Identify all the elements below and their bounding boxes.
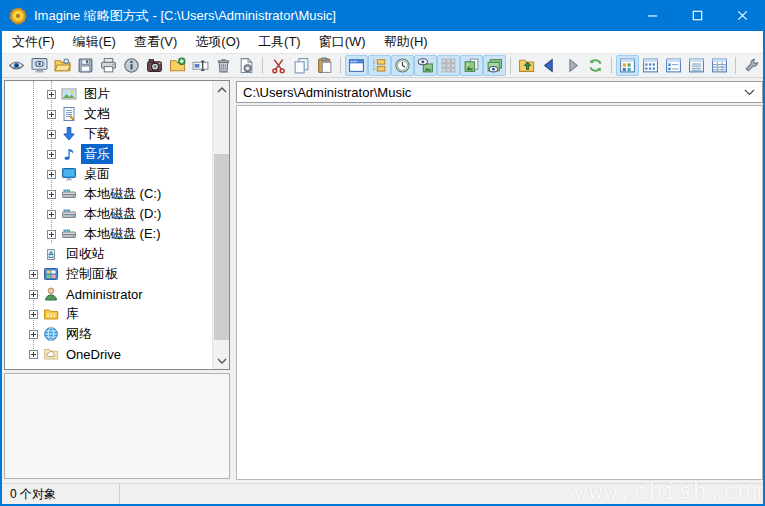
tree-item-drive-e[interactable]: 本地磁盘 (E:) — [5, 224, 212, 244]
tree-item-administrator[interactable]: Administrator — [5, 284, 212, 304]
tree-item-onedrive[interactable]: OneDrive — [5, 344, 212, 364]
trash-icon — [215, 57, 232, 74]
scroll-down-button[interactable] — [213, 353, 230, 368]
rename-button[interactable] — [189, 55, 212, 76]
menu-file[interactable]: 文件(F) — [3, 31, 64, 54]
options-wrench-button[interactable] — [740, 55, 763, 76]
tree-item-music[interactable]: 音乐 — [5, 144, 212, 164]
menu-view[interactable]: 查看(V) — [125, 31, 186, 54]
toggle-address-bar-button[interactable] — [345, 55, 368, 76]
drive-icon — [61, 226, 77, 242]
expand-toggle[interactable] — [29, 330, 38, 339]
thumbnail-view-area[interactable] — [236, 105, 763, 480]
tree-item-drive-c[interactable]: 本地磁盘 (C:) — [5, 184, 212, 204]
tree-item-control-panel[interactable]: 控制面板 — [5, 264, 212, 284]
minimize-button[interactable] — [630, 0, 675, 31]
file-info-button[interactable] — [120, 55, 143, 76]
up-folder-button[interactable] — [515, 55, 538, 76]
library-icon — [43, 306, 59, 322]
toolbar-separator — [262, 57, 263, 74]
back-button[interactable] — [538, 55, 561, 76]
expand-toggle[interactable] — [29, 270, 38, 279]
tree-item-downloads[interactable]: 下载 — [5, 124, 212, 144]
chevron-down-icon[interactable] — [741, 87, 758, 98]
app-window: Imagine 缩略图方式 - [C:\Users\Administrator\… — [0, 0, 765, 506]
expand-toggle[interactable] — [47, 170, 56, 179]
monitor-eye-icon — [31, 57, 48, 74]
window-controls — [630, 0, 765, 31]
tree-item-network[interactable]: 网络 — [5, 324, 212, 344]
save-button[interactable] — [74, 55, 97, 76]
tree-item-recycle-bin[interactable]: 回收站 — [5, 244, 212, 264]
user-icon — [43, 286, 59, 302]
refresh-button[interactable] — [584, 55, 607, 76]
view-thumbnails-button[interactable] — [616, 55, 639, 76]
expand-toggle[interactable] — [47, 210, 56, 219]
toggle-folder-tree-button[interactable] — [368, 55, 391, 76]
view-image-button[interactable] — [5, 55, 28, 76]
folder-plus-icon — [169, 57, 186, 74]
new-folder-button[interactable] — [166, 55, 189, 76]
maximize-button[interactable] — [675, 0, 720, 31]
print-button[interactable] — [97, 55, 120, 76]
scroll-thumb[interactable] — [214, 154, 229, 340]
tree-scrollbar[interactable] — [212, 81, 229, 369]
open-folder-button[interactable] — [51, 55, 74, 76]
toggle-image-preview-button[interactable] — [483, 55, 506, 76]
tree-item-pictures[interactable]: 图片 — [5, 84, 212, 104]
tree-item-documents[interactable]: 文档 — [5, 104, 212, 124]
music-icon — [61, 146, 77, 162]
camera-icon — [146, 57, 163, 74]
paste-button[interactable] — [313, 55, 336, 76]
expand-toggle[interactable] — [47, 130, 56, 139]
view-icons-button[interactable] — [662, 55, 685, 76]
scroll-up-button[interactable] — [213, 82, 230, 97]
delete-button[interactable] — [212, 55, 235, 76]
expand-toggle[interactable] — [47, 90, 56, 99]
toggle-thumbnail-grid-button[interactable] — [437, 55, 460, 76]
cut-button[interactable] — [267, 55, 290, 76]
capture-button[interactable] — [143, 55, 166, 76]
menu-options[interactable]: 选项(O) — [186, 31, 249, 54]
view-small-icons-button[interactable] — [639, 55, 662, 76]
drive-icon — [61, 186, 77, 202]
expand-toggle[interactable] — [47, 150, 56, 159]
tree-item-label: OneDrive — [63, 346, 124, 363]
view-details-button[interactable] — [708, 55, 731, 76]
close-button[interactable] — [720, 0, 765, 31]
view-list-button[interactable] — [685, 55, 708, 76]
network-icon — [43, 326, 59, 342]
menu-edit[interactable]: 编辑(E) — [64, 31, 125, 54]
fullscreen-button[interactable] — [28, 55, 51, 76]
toggle-image-page-button[interactable] — [460, 55, 483, 76]
toggle-preview-button[interactable] — [414, 55, 437, 76]
expand-toggle[interactable] — [29, 290, 38, 299]
expand-toggle[interactable] — [47, 190, 56, 199]
menu-help[interactable]: 帮助(H) — [375, 31, 437, 54]
toggle-history-button[interactable] — [391, 55, 414, 76]
tree-item-desktop[interactable]: 桌面 — [5, 164, 212, 184]
menu-tools[interactable]: 工具(T) — [249, 31, 310, 54]
expand-toggle[interactable] — [29, 310, 38, 319]
expand-toggle[interactable] — [29, 350, 38, 359]
address-combobox[interactable] — [236, 81, 763, 103]
menu-window[interactable]: 窗口(W) — [310, 31, 375, 54]
expand-toggle[interactable] — [47, 110, 56, 119]
downloads-icon — [61, 126, 77, 142]
rename-icon — [192, 57, 209, 74]
tree-item-drive-d[interactable]: 本地磁盘 (D:) — [5, 204, 212, 224]
tree-item-libraries[interactable]: 库 — [5, 304, 212, 324]
copy-button[interactable] — [290, 55, 313, 76]
address-input[interactable] — [243, 85, 741, 100]
batch-convert-button[interactable] — [235, 55, 258, 76]
tree-item-label: 库 — [63, 304, 82, 324]
minimize-icon — [645, 8, 660, 23]
refresh-icon — [587, 57, 604, 74]
toolbar-separator — [340, 57, 341, 74]
maximize-icon — [690, 8, 705, 23]
forward-button[interactable] — [561, 55, 584, 76]
tree-item-label: 回收站 — [63, 244, 108, 264]
folder-tree: 图片文档下载音乐桌面本地磁盘 (C:)本地磁盘 (D:)本地磁盘 (E:)回收站… — [5, 81, 212, 369]
expand-toggle[interactable] — [47, 230, 56, 239]
tree-item-label: 图片 — [81, 84, 113, 104]
